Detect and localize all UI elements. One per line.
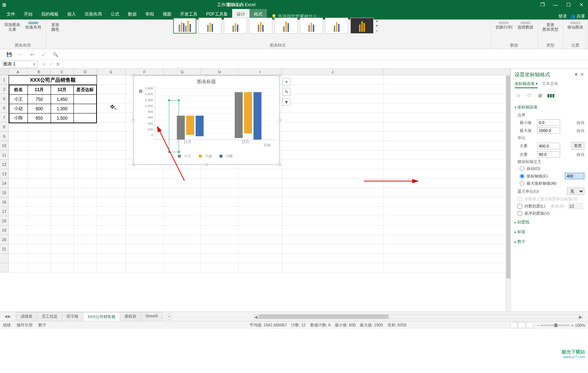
row-header-13[interactable]: 13 (0, 169, 9, 179)
tab-file[interactable]: 文件 (2, 9, 20, 20)
row-header-20[interactable]: 20 (0, 235, 9, 244)
login-link[interactable]: 登录 (558, 13, 567, 20)
size-icon[interactable]: ▦ (536, 92, 544, 99)
tab-layout[interactable]: 页面布局 (80, 9, 106, 20)
col-header-I[interactable]: I (239, 69, 282, 75)
section-axis-options[interactable]: 坐标轴选项 (515, 103, 584, 111)
chart-style-4[interactable] (249, 18, 272, 34)
axis-value-input[interactable] (565, 173, 584, 179)
ribbon-options-icon[interactable]: ❐ (536, 0, 549, 9)
subtab-text-options[interactable]: 文本选项 (542, 81, 558, 88)
row-header-12[interactable]: 12 (0, 160, 9, 169)
select-data-button[interactable]: 选择数据 (516, 21, 535, 30)
cancel-icon[interactable]: ✕ (42, 62, 46, 67)
zoom-in-icon[interactable]: + (571, 323, 573, 327)
maximize-button[interactable]: ☐ (562, 0, 575, 9)
pane-close-icon[interactable]: ▼ ✕ (574, 72, 584, 78)
display-unit-select[interactable]: 无 (567, 188, 584, 195)
minimize-button[interactable]: — (549, 0, 562, 9)
radio-auto[interactable] (520, 166, 524, 171)
tab-home[interactable]: 开始 (20, 9, 37, 20)
row-header-2[interactable]: 2 (0, 85, 9, 94)
row-header-5[interactable]: 5 (0, 94, 9, 103)
row-header-16[interactable]: 16 (0, 197, 9, 207)
fill-icon[interactable]: ◇ (515, 92, 522, 99)
chart-elements-button[interactable]: + (282, 78, 290, 86)
change-chart-type-button[interactable]: 更改 图表类型 (541, 21, 560, 30)
row-header-18[interactable]: 18 (0, 216, 9, 226)
row-header-10[interactable]: 10 (0, 141, 9, 150)
add-sheet-button[interactable]: + (166, 313, 172, 320)
tab-templates[interactable]: 我的模板 (37, 9, 63, 20)
sheet-tab-员工信息[interactable]: 员工信息 (37, 312, 62, 321)
horizontal-scrollbar[interactable]: ◀▶ (253, 314, 583, 319)
row-header-1[interactable]: 1 (0, 75, 9, 85)
sheet-tab-XXX公司销售额[interactable]: XXX公司销售额 (83, 312, 120, 322)
row-header-7[interactable]: 7 (0, 113, 9, 122)
col-header-E[interactable]: E (97, 69, 126, 75)
chart-filters-button[interactable]: ▼ (282, 98, 290, 106)
brush-icon[interactable]: 🖌 (41, 51, 47, 58)
worksheet[interactable]: ABCDEFGHIJ 12567891011121314151617181920… (0, 69, 511, 312)
subtab-axis-options[interactable]: 坐标轴选项 ▾ (515, 81, 538, 88)
col-header-D[interactable]: D (74, 69, 97, 75)
vertical-scrollbar[interactable] (506, 75, 511, 312)
share-button[interactable]: 👥 共享 (570, 13, 585, 20)
sheet-tab-成绩表[interactable]: 成绩表 (16, 312, 37, 321)
row-header-6[interactable]: 6 (0, 103, 9, 113)
sheet-nav-prev[interactable]: ◀ (4, 314, 7, 319)
zoom-level[interactable]: 100% (575, 323, 585, 327)
major-unit-input[interactable] (537, 143, 560, 149)
formula-input[interactable] (63, 60, 588, 68)
row-header-9[interactable]: 9 (0, 132, 9, 141)
select-all-corner[interactable] (0, 69, 9, 75)
move-chart-button[interactable]: 移动图表 (566, 21, 585, 30)
row-header-17[interactable]: 17 (0, 207, 9, 216)
col-header-J[interactable]: J (282, 69, 383, 75)
radio-max-value[interactable] (520, 181, 524, 186)
row-header-14[interactable]: 14 (0, 179, 9, 188)
axis-options-icon[interactable]: ▮▮▮ (547, 92, 554, 99)
chart-styles-button[interactable]: ✎ (282, 88, 290, 96)
y-axis-title[interactable]: 销售额 (137, 86, 144, 144)
minor-unit-input[interactable] (537, 151, 560, 158)
zoom-out-icon[interactable]: − (537, 323, 539, 327)
col-header-A[interactable]: A (9, 69, 27, 75)
print-preview-icon[interactable]: 🔍 (52, 51, 59, 58)
fx-icon[interactable]: fx (56, 62, 60, 67)
close-button[interactable]: ✕ (575, 0, 588, 9)
zoom-control[interactable]: − + 100% (537, 323, 585, 327)
section-labels[interactable]: 标签 (515, 228, 584, 236)
save-icon[interactable]: 💾 (6, 51, 12, 58)
row-header-15[interactable]: 15 (0, 188, 9, 197)
section-number[interactable]: 数字 (515, 238, 584, 245)
chart-style-5[interactable] (274, 18, 298, 34)
section-tickmarks[interactable]: 刻度线 (515, 218, 584, 226)
view-normal-button[interactable] (510, 322, 517, 328)
reverse-check[interactable] (517, 211, 522, 216)
view-page-layout-button[interactable] (518, 322, 525, 328)
row-header-19[interactable]: 19 (0, 226, 9, 235)
quick-layout-button[interactable]: 快速布局 (24, 21, 43, 30)
row-header-8[interactable]: 8 (0, 122, 9, 132)
sheet-tab-田字格[interactable]: 田字格 (62, 312, 83, 321)
row-header-[interactable] (0, 254, 9, 263)
view-page-break-button[interactable] (526, 322, 533, 328)
tab-formulas[interactable]: 公式 (106, 9, 124, 20)
undo-icon[interactable]: ↩ (29, 51, 35, 58)
sheet-tab-课程表[interactable]: 课程表 (120, 312, 141, 321)
chart-title[interactable]: 图表标题 (133, 76, 280, 86)
style-gallery-more[interactable]: ▴▾▿ (376, 18, 382, 33)
tab-insert[interactable]: 插入 (63, 9, 80, 20)
reset-button[interactable]: 重置 (571, 142, 584, 150)
tab-review[interactable]: 审阅 (141, 9, 158, 20)
max-input[interactable] (537, 127, 560, 134)
chart-style-3[interactable] (224, 18, 247, 34)
chart-style-6[interactable] (300, 18, 323, 34)
row-header-[interactable] (0, 263, 9, 273)
chart-style-8[interactable] (350, 18, 374, 34)
change-colors-button[interactable]: 更改 颜色 (49, 21, 62, 30)
col-header-C[interactable]: C (51, 69, 74, 75)
row-header-21[interactable]: 21 (0, 244, 9, 254)
col-header-G[interactable]: G (163, 69, 201, 75)
